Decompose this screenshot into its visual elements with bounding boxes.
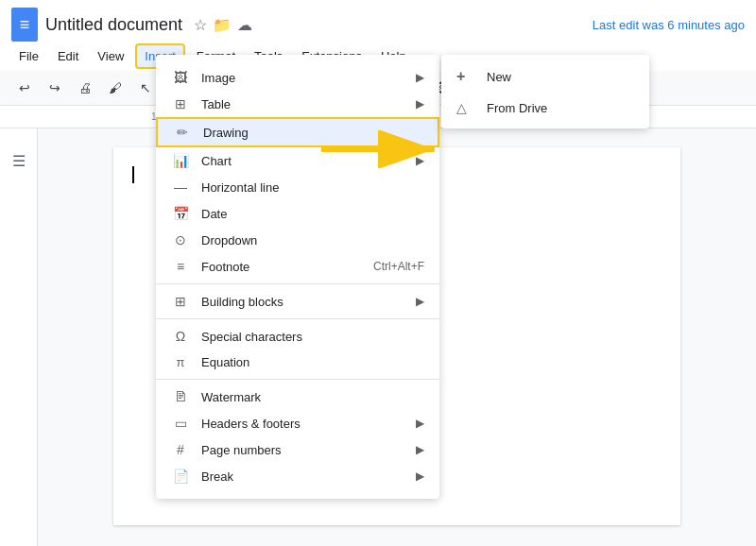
drawing-menu-icon: ✏	[173, 125, 192, 140]
undo-button[interactable]: ↩	[11, 75, 38, 101]
drawing-label: Drawing	[203, 126, 422, 140]
insert-chart[interactable]: 📊 Chart ▶	[156, 147, 439, 174]
headers-footers-arrow: ▶	[416, 417, 424, 430]
dropdown-label: Dropdown	[201, 233, 424, 247]
headers-footers-label: Headers & footers	[201, 417, 408, 431]
insert-table[interactable]: ⊞ Table ▶	[156, 91, 439, 117]
break-arrow: ▶	[416, 469, 424, 483]
insert-equation[interactable]: π Equation	[156, 350, 439, 375]
print-button[interactable]: 🖨	[72, 75, 98, 101]
insert-building-blocks[interactable]: ⊞ Building blocks ▶	[156, 288, 439, 315]
equation-icon: π	[171, 355, 190, 369]
insert-dropdown[interactable]: ⊙ Dropdown	[156, 227, 439, 253]
insert-dropdown-menu: 🖼 Image ▶ ⊞ Table ▶ ✏ Drawing 📊 Chart ▶ …	[156, 55, 439, 499]
insert-horizontal-line[interactable]: — Horizontal line	[156, 174, 439, 200]
text-cursor	[132, 166, 134, 183]
insert-page-numbers[interactable]: # Page numbers ▶	[156, 436, 439, 463]
cloud-icon[interactable]: ☁	[237, 16, 252, 34]
insert-headers-footers[interactable]: ▭ Headers & footers ▶	[156, 410, 439, 436]
insert-drawing[interactable]: ✏ Drawing	[156, 117, 439, 147]
hline-label: Horizontal line	[201, 180, 424, 195]
menu-edit[interactable]: Edit	[50, 45, 86, 67]
doc-title: Untitled document	[45, 15, 182, 35]
menu-section-4: 🖹 Watermark ▭ Headers & footers ▶ # Page…	[156, 380, 439, 493]
folder-icon[interactable]: 📁	[213, 16, 232, 34]
page-numbers-arrow: ▶	[416, 443, 424, 456]
from-drive-label: From Drive	[487, 101, 547, 115]
headers-footers-icon: ▭	[171, 416, 190, 431]
footnote-label: Footnote	[201, 260, 373, 274]
image-arrow: ▶	[416, 71, 424, 84]
title-bar: ≡ Untitled document ☆ 📁 ☁ Last edit was …	[0, 0, 756, 42]
paint-format-button[interactable]: 🖌	[102, 75, 129, 101]
special-chars-icon: Ω	[171, 329, 190, 344]
star-icon[interactable]: ☆	[194, 16, 207, 34]
page-numbers-label: Page numbers	[201, 443, 408, 457]
chart-label: Chart	[201, 154, 408, 168]
drawing-submenu: + New △ From Drive	[441, 55, 649, 128]
watermark-label: Watermark	[201, 390, 424, 404]
insert-special-characters[interactable]: Ω Special characters	[156, 323, 439, 350]
image-label: Image	[201, 71, 408, 85]
last-edit-link[interactable]: Last edit was 6 minutes ago	[593, 18, 745, 32]
date-menu-icon: 📅	[171, 206, 190, 221]
menu-section-3: Ω Special characters π Equation	[156, 319, 439, 380]
page-numbers-icon: #	[171, 442, 190, 457]
outline-icon[interactable]: ☰	[6, 147, 32, 174]
break-icon: 📄	[171, 469, 190, 484]
insert-watermark[interactable]: 🖹 Watermark	[156, 384, 439, 410]
menu-view[interactable]: View	[90, 45, 131, 67]
new-label: New	[487, 70, 511, 84]
building-blocks-arrow: ▶	[416, 295, 424, 308]
doc-icon: ≡	[11, 8, 38, 42]
date-label: Date	[201, 207, 424, 221]
table-arrow: ▶	[416, 97, 424, 111]
table-menu-icon: ⊞	[171, 96, 190, 111]
image-menu-icon: 🖼	[171, 70, 190, 85]
hline-menu-icon: —	[171, 179, 190, 195]
drive-icon: △	[456, 100, 475, 115]
break-label: Break	[201, 469, 408, 484]
insert-image[interactable]: 🖼 Image ▶	[156, 64, 439, 91]
equation-label: Equation	[201, 355, 424, 369]
table-label: Table	[201, 97, 408, 111]
footnote-menu-icon: ≡	[171, 259, 190, 274]
sidebar-left: ☰	[0, 128, 38, 546]
dropdown-menu-icon: ⊙	[171, 232, 190, 247]
new-icon: +	[456, 68, 475, 85]
special-chars-label: Special characters	[201, 330, 424, 344]
cursor-button[interactable]: ↖	[132, 75, 159, 101]
building-blocks-label: Building blocks	[201, 295, 408, 309]
menu-file[interactable]: File	[11, 45, 46, 67]
drawing-new[interactable]: + New	[441, 60, 649, 93]
menu-section-2: ⊞ Building blocks ▶	[156, 284, 439, 319]
chart-arrow: ▶	[416, 154, 424, 167]
building-blocks-icon: ⊞	[171, 294, 190, 309]
insert-footnote[interactable]: ≡ Footnote Ctrl+Alt+F	[156, 253, 439, 280]
watermark-icon: 🖹	[171, 389, 190, 404]
redo-button[interactable]: ↪	[42, 75, 68, 101]
footnote-shortcut: Ctrl+Alt+F	[373, 260, 424, 273]
drawing-from-drive[interactable]: △ From Drive	[441, 93, 649, 123]
chart-menu-icon: 📊	[171, 153, 190, 168]
menu-section-1: 🖼 Image ▶ ⊞ Table ▶ ✏ Drawing 📊 Chart ▶ …	[156, 60, 439, 284]
title-icons: ☆ 📁 ☁	[194, 16, 252, 34]
insert-break[interactable]: 📄 Break ▶	[156, 463, 439, 489]
insert-date[interactable]: 📅 Date	[156, 200, 439, 227]
